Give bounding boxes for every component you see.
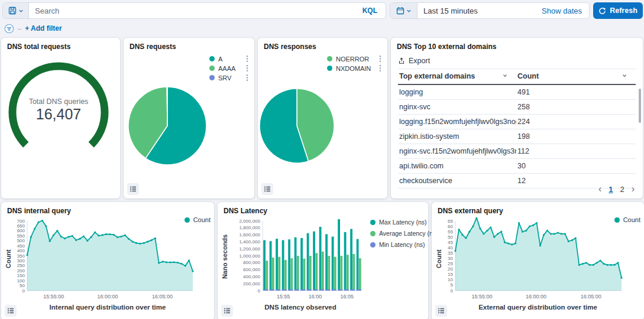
svg-text:20: 20 <box>448 266 453 272</box>
saved-query-menu-button[interactable] <box>3 3 29 18</box>
svg-text:45: 45 <box>448 240 453 245</box>
list-icon <box>224 307 231 314</box>
svg-text:650: 650 <box>17 223 25 229</box>
time-range-value[interactable]: Last 15 minutes <box>418 6 542 15</box>
legend-label: Max Latency (ns) <box>379 219 427 226</box>
legend-item-count[interactable]: Count <box>614 216 640 223</box>
ellipsis-menu-icon[interactable] <box>246 74 248 82</box>
svg-text:15: 15 <box>448 272 453 277</box>
ellipsis-menu-icon[interactable] <box>379 55 381 63</box>
legend-toggle-button[interactable] <box>127 183 139 195</box>
pagination-page-1[interactable]: 1 <box>609 185 613 194</box>
ellipsis-menu-icon[interactable] <box>246 55 248 63</box>
svg-text:55: 55 <box>448 229 453 235</box>
legend-toggle-button[interactable] <box>261 183 273 195</box>
legend-color-dot <box>614 217 620 223</box>
svg-text:15:55:00: 15:55:00 <box>43 294 64 300</box>
sort-chevron-icon <box>622 73 627 79</box>
list-icon <box>438 307 445 314</box>
legend-item-srv[interactable]: SRV <box>209 74 248 81</box>
kql-language-button[interactable]: KQL <box>358 4 382 17</box>
domain-cell: checkoutservice <box>398 174 516 188</box>
dns-responses-pie-chart[interactable] <box>258 84 343 169</box>
panel-dns-responses: DNS responses NOERRORNXDOMAIN <box>258 38 387 198</box>
latency-legend: Max Latency (ns)Average Latency (ns)Min … <box>370 219 438 248</box>
search-input[interactable] <box>29 3 358 18</box>
legend-label: Average Latency (ns) <box>379 230 438 237</box>
domain-cell: zipkin.istio-system <box>398 129 516 144</box>
legend-item[interactable]: Min Latency (ns) <box>370 241 438 248</box>
svg-text:60: 60 <box>448 224 453 229</box>
x-axis-caption: External query distribution over time <box>432 304 644 311</box>
pagination-page-2[interactable]: 2 <box>620 185 624 194</box>
svg-text:200,000: 200,000 <box>243 281 260 287</box>
svg-text:16:05:00: 16:05:00 <box>152 294 173 300</box>
search-bar: KQL <box>2 2 386 19</box>
svg-text:30: 30 <box>448 256 453 261</box>
total-dns-queries-gauge[interactable]: Total DNS queries16,407 <box>1 59 120 201</box>
legend-label: Min Latency (ns) <box>379 241 425 248</box>
internal-query-area-chart[interactable]: 0501001502002503003504004505005506006507… <box>2 217 212 304</box>
legend-color-dot <box>209 75 215 80</box>
domain-cell: api.twilio.com <box>398 159 516 174</box>
legend-item-nxdomain[interactable]: NXDOMAIN <box>327 65 381 71</box>
pagination-next-button[interactable]: › <box>632 184 635 194</box>
external-query-area-chart[interactable]: 0510152025303540455055606515:55:0016:00:… <box>433 217 642 304</box>
legend-toggle-button[interactable] <box>5 305 17 317</box>
panel-title: DNS Top 10 external domains <box>391 38 643 51</box>
top-domains-table: Top external domainsCount logging491ngin… <box>398 69 636 188</box>
dns-latency-bar-chart[interactable]: 0200,000400,000600,000800,0001,000,0001,… <box>226 217 367 304</box>
export-icon <box>398 57 405 64</box>
calendar-icon <box>396 6 404 15</box>
legend-item[interactable]: Average Latency (ns) <box>370 230 438 237</box>
legend-label: SRV <box>218 74 231 82</box>
legend-item-noerror[interactable]: NOERROR <box>327 56 381 62</box>
svg-text:50: 50 <box>20 283 25 288</box>
svg-text:16:00:00: 16:00:00 <box>98 294 118 300</box>
column-header-count[interactable]: Count <box>516 69 636 85</box>
ellipsis-menu-icon[interactable] <box>379 64 381 72</box>
legend-item-aaaa[interactable]: AAAA <box>209 65 248 71</box>
svg-text:0: 0 <box>258 288 261 294</box>
domain-cell: nginx-svc <box>398 100 516 115</box>
pagination-prev-button[interactable]: ‹ <box>598 184 601 194</box>
legend-item-a[interactable]: A <box>209 56 248 62</box>
table-scrollbar[interactable] <box>639 89 641 123</box>
add-filter-link[interactable]: + Add filter <box>25 24 62 32</box>
dns-requests-pie-chart[interactable] <box>126 84 211 169</box>
time-range-picker: Last 15 minutes Show dates <box>390 2 590 19</box>
panel-dns-external-query: DNS external query Count 051015202530354… <box>432 202 644 319</box>
svg-text:15:55: 15:55 <box>277 294 290 300</box>
count-cell: 258 <box>516 100 636 115</box>
count-cell: 112 <box>516 144 636 159</box>
pie-legend: NOERRORNXDOMAIN <box>327 56 381 71</box>
legend-toggle-button[interactable] <box>435 305 447 317</box>
svg-text:400: 400 <box>17 248 25 253</box>
ellipsis-menu-icon[interactable] <box>246 64 248 72</box>
legend-item-count[interactable]: Count <box>185 216 211 223</box>
svg-text:0: 0 <box>451 288 454 294</box>
svg-text:450: 450 <box>17 243 25 249</box>
column-header-domains[interactable]: Top external domains <box>398 69 516 85</box>
show-dates-link[interactable]: Show dates <box>542 6 589 15</box>
export-button[interactable]: Export <box>398 57 439 65</box>
legend-color-dot <box>370 231 376 236</box>
refresh-button[interactable]: Refresh <box>593 2 643 19</box>
panel-title: DNS internal query <box>1 202 214 215</box>
legend-toggle-button[interactable] <box>221 305 233 317</box>
filter-icon[interactable] <box>4 24 14 34</box>
query-bar: KQL Last 15 minutes Show dates Refresh <box>2 2 642 19</box>
svg-text:25: 25 <box>448 261 453 266</box>
svg-text:100: 100 <box>17 278 25 284</box>
legend-label: NOERROR <box>336 56 369 63</box>
chevron-down-icon <box>18 8 24 14</box>
svg-text:1,600,000: 1,600,000 <box>239 232 260 237</box>
table-row: logging.f15n2womfujehfjlwv0lgs3nog....22… <box>398 115 636 129</box>
x-axis-caption: DNS latency observed <box>218 304 383 311</box>
date-quick-select-button[interactable] <box>390 3 418 18</box>
legend-label: NXDOMAIN <box>336 65 371 72</box>
svg-text:600,000: 600,000 <box>243 267 260 272</box>
legend-item[interactable]: Max Latency (ns) <box>370 219 438 226</box>
svg-text:0: 0 <box>22 288 25 294</box>
svg-text:2,000,000: 2,000,000 <box>239 219 260 224</box>
